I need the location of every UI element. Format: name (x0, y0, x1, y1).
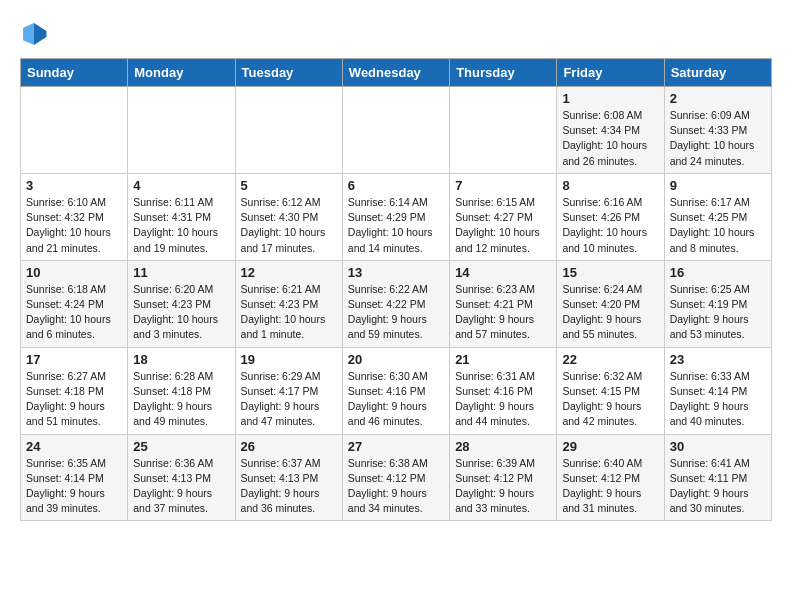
day-number: 21 (455, 352, 551, 367)
day-number: 22 (562, 352, 658, 367)
calendar-cell: 5Sunrise: 6:12 AM Sunset: 4:30 PM Daylig… (235, 173, 342, 260)
day-info: Sunrise: 6:40 AM Sunset: 4:12 PM Dayligh… (562, 456, 658, 517)
calendar-cell (21, 87, 128, 174)
day-number: 28 (455, 439, 551, 454)
calendar-cell: 27Sunrise: 6:38 AM Sunset: 4:12 PM Dayli… (342, 434, 449, 521)
day-number: 2 (670, 91, 766, 106)
calendar-cell (128, 87, 235, 174)
calendar-cell: 11Sunrise: 6:20 AM Sunset: 4:23 PM Dayli… (128, 260, 235, 347)
day-info: Sunrise: 6:31 AM Sunset: 4:16 PM Dayligh… (455, 369, 551, 430)
day-info: Sunrise: 6:37 AM Sunset: 4:13 PM Dayligh… (241, 456, 337, 517)
calendar-cell: 21Sunrise: 6:31 AM Sunset: 4:16 PM Dayli… (450, 347, 557, 434)
day-info: Sunrise: 6:36 AM Sunset: 4:13 PM Dayligh… (133, 456, 229, 517)
calendar-cell (342, 87, 449, 174)
col-header-friday: Friday (557, 59, 664, 87)
logo (20, 20, 52, 48)
calendar-cell: 25Sunrise: 6:36 AM Sunset: 4:13 PM Dayli… (128, 434, 235, 521)
col-header-monday: Monday (128, 59, 235, 87)
day-number: 14 (455, 265, 551, 280)
calendar-week-row: 3Sunrise: 6:10 AM Sunset: 4:32 PM Daylig… (21, 173, 772, 260)
day-number: 12 (241, 265, 337, 280)
calendar-cell: 17Sunrise: 6:27 AM Sunset: 4:18 PM Dayli… (21, 347, 128, 434)
day-info: Sunrise: 6:22 AM Sunset: 4:22 PM Dayligh… (348, 282, 444, 343)
day-number: 15 (562, 265, 658, 280)
calendar-cell: 4Sunrise: 6:11 AM Sunset: 4:31 PM Daylig… (128, 173, 235, 260)
day-info: Sunrise: 6:15 AM Sunset: 4:27 PM Dayligh… (455, 195, 551, 256)
day-number: 20 (348, 352, 444, 367)
day-number: 3 (26, 178, 122, 193)
calendar-cell: 26Sunrise: 6:37 AM Sunset: 4:13 PM Dayli… (235, 434, 342, 521)
day-number: 13 (348, 265, 444, 280)
calendar-cell (235, 87, 342, 174)
day-info: Sunrise: 6:12 AM Sunset: 4:30 PM Dayligh… (241, 195, 337, 256)
day-number: 6 (348, 178, 444, 193)
calendar-week-row: 1Sunrise: 6:08 AM Sunset: 4:34 PM Daylig… (21, 87, 772, 174)
day-info: Sunrise: 6:39 AM Sunset: 4:12 PM Dayligh… (455, 456, 551, 517)
day-number: 29 (562, 439, 658, 454)
day-info: Sunrise: 6:28 AM Sunset: 4:18 PM Dayligh… (133, 369, 229, 430)
day-info: Sunrise: 6:35 AM Sunset: 4:14 PM Dayligh… (26, 456, 122, 517)
calendar-cell: 3Sunrise: 6:10 AM Sunset: 4:32 PM Daylig… (21, 173, 128, 260)
day-number: 19 (241, 352, 337, 367)
calendar-cell: 6Sunrise: 6:14 AM Sunset: 4:29 PM Daylig… (342, 173, 449, 260)
day-info: Sunrise: 6:25 AM Sunset: 4:19 PM Dayligh… (670, 282, 766, 343)
day-number: 18 (133, 352, 229, 367)
calendar-cell: 29Sunrise: 6:40 AM Sunset: 4:12 PM Dayli… (557, 434, 664, 521)
col-header-wednesday: Wednesday (342, 59, 449, 87)
day-info: Sunrise: 6:33 AM Sunset: 4:14 PM Dayligh… (670, 369, 766, 430)
svg-marker-2 (23, 23, 34, 45)
day-number: 8 (562, 178, 658, 193)
calendar-cell: 2Sunrise: 6:09 AM Sunset: 4:33 PM Daylig… (664, 87, 771, 174)
page-header (20, 20, 772, 48)
calendar-header-row: SundayMondayTuesdayWednesdayThursdayFrid… (21, 59, 772, 87)
day-info: Sunrise: 6:23 AM Sunset: 4:21 PM Dayligh… (455, 282, 551, 343)
col-header-saturday: Saturday (664, 59, 771, 87)
day-number: 25 (133, 439, 229, 454)
day-number: 7 (455, 178, 551, 193)
calendar-cell: 24Sunrise: 6:35 AM Sunset: 4:14 PM Dayli… (21, 434, 128, 521)
day-number: 16 (670, 265, 766, 280)
day-number: 10 (26, 265, 122, 280)
day-number: 23 (670, 352, 766, 367)
day-number: 11 (133, 265, 229, 280)
day-info: Sunrise: 6:08 AM Sunset: 4:34 PM Dayligh… (562, 108, 658, 169)
day-info: Sunrise: 6:24 AM Sunset: 4:20 PM Dayligh… (562, 282, 658, 343)
day-info: Sunrise: 6:14 AM Sunset: 4:29 PM Dayligh… (348, 195, 444, 256)
calendar-cell: 1Sunrise: 6:08 AM Sunset: 4:34 PM Daylig… (557, 87, 664, 174)
calendar-cell: 23Sunrise: 6:33 AM Sunset: 4:14 PM Dayli… (664, 347, 771, 434)
calendar-cell: 15Sunrise: 6:24 AM Sunset: 4:20 PM Dayli… (557, 260, 664, 347)
day-info: Sunrise: 6:32 AM Sunset: 4:15 PM Dayligh… (562, 369, 658, 430)
calendar-cell: 12Sunrise: 6:21 AM Sunset: 4:23 PM Dayli… (235, 260, 342, 347)
calendar-cell: 8Sunrise: 6:16 AM Sunset: 4:26 PM Daylig… (557, 173, 664, 260)
day-info: Sunrise: 6:10 AM Sunset: 4:32 PM Dayligh… (26, 195, 122, 256)
day-info: Sunrise: 6:09 AM Sunset: 4:33 PM Dayligh… (670, 108, 766, 169)
day-number: 17 (26, 352, 122, 367)
day-info: Sunrise: 6:29 AM Sunset: 4:17 PM Dayligh… (241, 369, 337, 430)
day-info: Sunrise: 6:17 AM Sunset: 4:25 PM Dayligh… (670, 195, 766, 256)
day-info: Sunrise: 6:38 AM Sunset: 4:12 PM Dayligh… (348, 456, 444, 517)
col-header-sunday: Sunday (21, 59, 128, 87)
day-number: 5 (241, 178, 337, 193)
day-info: Sunrise: 6:20 AM Sunset: 4:23 PM Dayligh… (133, 282, 229, 343)
calendar-cell: 16Sunrise: 6:25 AM Sunset: 4:19 PM Dayli… (664, 260, 771, 347)
day-number: 24 (26, 439, 122, 454)
calendar-cell: 10Sunrise: 6:18 AM Sunset: 4:24 PM Dayli… (21, 260, 128, 347)
day-number: 30 (670, 439, 766, 454)
calendar-cell: 14Sunrise: 6:23 AM Sunset: 4:21 PM Dayli… (450, 260, 557, 347)
calendar-cell (450, 87, 557, 174)
col-header-thursday: Thursday (450, 59, 557, 87)
calendar-week-row: 17Sunrise: 6:27 AM Sunset: 4:18 PM Dayli… (21, 347, 772, 434)
calendar-cell: 19Sunrise: 6:29 AM Sunset: 4:17 PM Dayli… (235, 347, 342, 434)
day-info: Sunrise: 6:11 AM Sunset: 4:31 PM Dayligh… (133, 195, 229, 256)
day-number: 9 (670, 178, 766, 193)
day-info: Sunrise: 6:41 AM Sunset: 4:11 PM Dayligh… (670, 456, 766, 517)
calendar-cell: 22Sunrise: 6:32 AM Sunset: 4:15 PM Dayli… (557, 347, 664, 434)
day-info: Sunrise: 6:18 AM Sunset: 4:24 PM Dayligh… (26, 282, 122, 343)
day-info: Sunrise: 6:21 AM Sunset: 4:23 PM Dayligh… (241, 282, 337, 343)
svg-marker-1 (34, 23, 46, 45)
calendar-cell: 9Sunrise: 6:17 AM Sunset: 4:25 PM Daylig… (664, 173, 771, 260)
day-number: 1 (562, 91, 658, 106)
day-number: 4 (133, 178, 229, 193)
calendar-table: SundayMondayTuesdayWednesdayThursdayFrid… (20, 58, 772, 521)
calendar-cell: 28Sunrise: 6:39 AM Sunset: 4:12 PM Dayli… (450, 434, 557, 521)
